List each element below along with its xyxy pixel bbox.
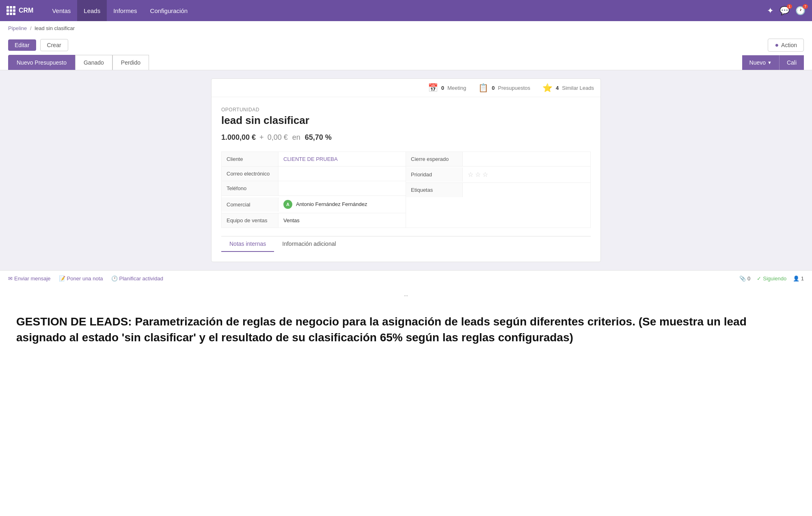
action-label: Action (781, 42, 797, 48)
add-note-label: Poner una nota (67, 275, 103, 282)
star-3[interactable]: ☆ (482, 171, 488, 178)
card-stats: 📅 0 Meeting 📋 0 Presupuestos ⭐ 4 Similar… (212, 79, 600, 97)
dots-separator: .. (0, 286, 812, 301)
field-value-cliente[interactable]: CLIENTE DE PRUEBA (279, 152, 406, 166)
nav-leads[interactable]: Leads (77, 0, 107, 21)
meeting-label: Meeting (447, 85, 466, 91)
field-etiquetas: Etiquetas (406, 183, 590, 197)
stage-tab-ganado[interactable]: Ganado (75, 55, 112, 70)
comercial-name: Antonio Fernández Fernández (296, 201, 367, 207)
left-fields: Cliente CLIENTE DE PRUEBA Correo electró… (221, 152, 406, 228)
stat-presupuestos[interactable]: 📋 0 Presupuestos (478, 83, 530, 93)
clock-badge: 7 (803, 4, 808, 9)
add-note-icon: 📝 (59, 275, 65, 282)
priority-stars: ☆ ☆ ☆ (468, 171, 585, 178)
field-value-telefono[interactable] (279, 184, 406, 193)
nav-configuracion[interactable]: Configuración (144, 0, 194, 21)
chat-badge: 1 (787, 4, 792, 9)
presupuestos-count: 0 (492, 85, 495, 91)
stage-tab-perdido[interactable]: Perdido (112, 55, 149, 70)
following-badge[interactable]: ✓ Siguiendo (757, 275, 786, 282)
field-telefono: Teléfono (222, 181, 406, 196)
lead-card: 📅 0 Meeting 📋 0 Presupuestos ⭐ 4 Similar… (211, 78, 601, 262)
nav-informes[interactable]: Informes (107, 0, 143, 21)
description-area: GESTION DE LEADS: Parametrización de reg… (0, 301, 812, 358)
app-grid-icon (6, 6, 15, 15)
field-label-prioridad: Prioridad (406, 167, 463, 182)
card-body: Oportunidad lead sin clasificar 1.000,00… (212, 97, 600, 262)
followers-count[interactable]: 👤 1 (793, 275, 804, 282)
star-1[interactable]: ☆ (468, 171, 473, 178)
nav-ventas[interactable]: Ventas (45, 0, 77, 21)
field-value-correo[interactable] (279, 170, 406, 178)
toolbar: Editar Crear ● Action (0, 35, 812, 55)
cali-button[interactable]: Cali (779, 55, 804, 70)
send-message-action[interactable]: ✉ Enviar mensaje (8, 275, 51, 282)
check-icon: ✓ (757, 275, 761, 282)
amount-main: 1.000,00 € (221, 133, 256, 141)
nuevo-arrow-icon: ▼ (767, 60, 772, 65)
field-label-telefono: Teléfono (222, 181, 279, 195)
add-note-action[interactable]: 📝 Poner una nota (59, 275, 103, 282)
user-icon: 👤 (793, 275, 799, 282)
amount-en: en (292, 133, 300, 141)
field-comercial: Comercial A Antonio Fernández Fernández (222, 196, 406, 213)
clock-activity-icon: 🕐 (111, 275, 118, 282)
oportunidad-label: Oportunidad (221, 107, 591, 113)
breadcrumb-sep: / (30, 25, 32, 31)
action-button[interactable]: ● Action (768, 39, 804, 52)
schedule-activity-label: Planificar actividad (119, 275, 163, 282)
chatter-bar: ✉ Enviar mensaje 📝 Poner una nota 🕐 Plan… (0, 270, 812, 286)
send-message-icon: ✉ (8, 275, 13, 282)
similar-leads-icon: ⭐ (542, 83, 553, 93)
tab-informacion-adicional[interactable]: Información adicional (274, 236, 344, 252)
lead-title: lead sin clasificar (221, 114, 591, 127)
amount-plus: + (259, 133, 264, 141)
fields-area: Cliente CLIENTE DE PRUEBA Correo electró… (221, 152, 591, 228)
create-button[interactable]: Crear (40, 39, 68, 51)
field-correo: Correo electrónico (222, 167, 406, 181)
field-cliente: Cliente CLIENTE DE PRUEBA (222, 152, 406, 167)
stage-right-buttons: Nuevo ▼ Cali (742, 55, 804, 70)
field-label-cierre: Cierre esperado (406, 152, 463, 166)
stat-similar-leads[interactable]: ⭐ 4 Similar Leads (542, 83, 594, 93)
paperclip-icon: 📎 (739, 275, 746, 282)
send-message-label: Enviar mensaje (14, 275, 51, 282)
field-value-etiquetas[interactable] (463, 186, 590, 194)
tab-notas-internas[interactable]: Notas internas (221, 236, 274, 252)
field-value-comercial[interactable]: A Antonio Fernández Fernández (279, 196, 406, 213)
chat-icon[interactable]: 💬 1 (780, 6, 790, 15)
field-prioridad: Prioridad ☆ ☆ ☆ (406, 167, 590, 183)
chatter-right: 📎 0 ✓ Siguiendo 👤 1 (739, 275, 804, 282)
field-label-etiquetas: Etiquetas (406, 183, 463, 197)
stat-meeting[interactable]: 📅 0 Meeting (428, 83, 466, 93)
meeting-count: 0 (441, 85, 444, 91)
similar-leads-count: 4 (556, 85, 559, 91)
amount-percent: 65,70 % (305, 133, 332, 141)
schedule-activity-action[interactable]: 🕐 Planificar actividad (111, 275, 163, 282)
presupuestos-icon: 📋 (478, 83, 488, 93)
field-value-prioridad[interactable]: ☆ ☆ ☆ (463, 167, 590, 182)
action-dot: ● (775, 41, 779, 49)
star-2[interactable]: ☆ (475, 171, 481, 178)
field-equipo-ventas: Equipo de ventas Ventas (222, 213, 406, 228)
similar-leads-label: Similar Leads (562, 85, 594, 91)
card-tabs: Notas internas Información adicional (221, 236, 591, 252)
edit-button[interactable]: Editar (8, 39, 36, 51)
topnav: CRM Ventas Leads Informes Configuración … (0, 0, 812, 21)
field-label-equipo: Equipo de ventas (222, 213, 279, 228)
clock-icon[interactable]: 🕐 7 (795, 6, 806, 15)
amount-extra: 0,00 € (268, 133, 288, 141)
meeting-icon: 📅 (428, 83, 438, 93)
star-icon[interactable]: ✦ (767, 6, 774, 15)
stage-bar: Nuevo Presupuesto Ganado Perdido Nuevo ▼… (0, 55, 812, 70)
field-value-equipo[interactable]: Ventas (279, 213, 406, 228)
field-value-cierre[interactable] (463, 155, 590, 163)
nuevo-button[interactable]: Nuevo ▼ (742, 55, 779, 70)
lead-amount: 1.000,00 € + 0,00 € en 65,70 % (221, 133, 591, 142)
breadcrumb: Pipeline / lead sin clasificar (0, 21, 812, 35)
breadcrumb-parent[interactable]: Pipeline (8, 25, 27, 31)
stage-tab-nuevo-presupuesto[interactable]: Nuevo Presupuesto (8, 55, 75, 70)
comercial-avatar: A (283, 200, 292, 209)
field-label-cliente: Cliente (222, 152, 279, 166)
